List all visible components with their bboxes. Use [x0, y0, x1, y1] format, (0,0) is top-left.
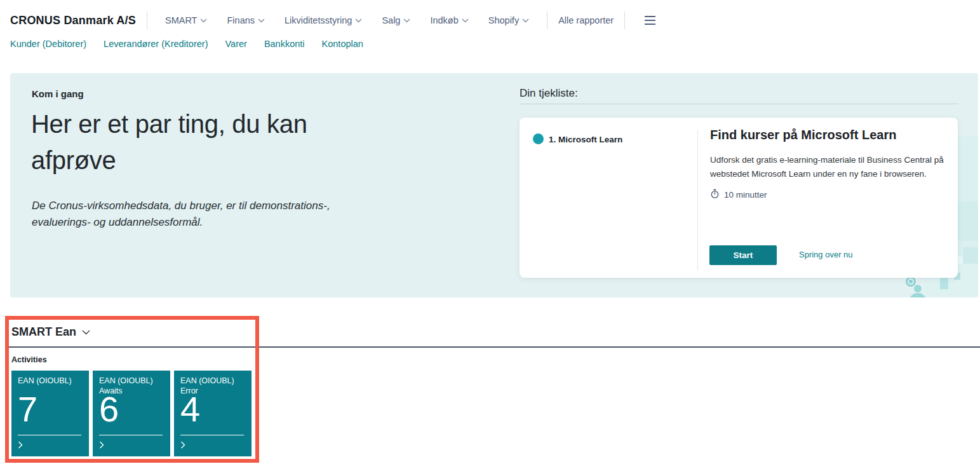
chevron-down-icon [522, 18, 529, 23]
person-illustration [910, 293, 926, 297]
divider [697, 130, 698, 270]
hero-subtitle: De Cronus-virksomhedsdata, du bruger, er… [32, 198, 359, 230]
tile-rule [18, 435, 81, 435]
nav-menu-likviditetsstyring[interactable]: Likviditetsstyring [285, 15, 362, 25]
link-bankkonti[interactable]: Bankkonti [264, 39, 305, 49]
nav-menu-smart[interactable]: SMART [165, 15, 208, 25]
link-leverandorer-kreditorer[interactable]: Leverandører (Kreditorer) [104, 39, 208, 49]
decor-block [940, 276, 948, 289]
nav-menu-shopify[interactable]: Shopify [488, 15, 529, 25]
section-rule [9, 346, 980, 348]
top-navigation: CRONUS Danmark A/S SMART Finans Likvidit… [10, 10, 655, 31]
divider [147, 11, 147, 29]
tile-rule [99, 435, 163, 435]
link-kontoplan[interactable]: Kontoplan [322, 39, 363, 49]
chevron-down-icon [258, 18, 265, 23]
tile-rule [180, 435, 244, 435]
checklist-step-dot-icon [533, 133, 544, 144]
link-varer[interactable]: Varer [225, 39, 246, 49]
tile-value: 7 [18, 390, 37, 429]
nav-menu-label: Salg [382, 15, 400, 25]
nav-menu-label: Indkøb [430, 15, 458, 25]
chevron-right-icon [180, 440, 185, 451]
nav-menus: SMART Finans Likviditetsstyring Salg Ind… [165, 15, 529, 25]
nav-menu-salg[interactable]: Salg [382, 15, 410, 25]
checklist-header: Din tjekliste: [520, 87, 578, 100]
hamburger-menu-icon[interactable] [645, 16, 655, 24]
tile-ean-oioubl-error[interactable]: EAN (OIOUBL)Error 4 [174, 371, 252, 456]
gear-illustration [906, 276, 916, 287]
person-illustration [914, 285, 922, 292]
tile-label: EAN (OIOUBL) [18, 376, 83, 386]
chevron-down-icon [462, 18, 469, 23]
sub-navigation: Kunder (Debitorer) Leverandører (Kredito… [10, 39, 363, 49]
chevron-down-icon [82, 330, 90, 335]
duration-text: 10 minutter [724, 190, 767, 200]
smart-ean-section-header[interactable]: SMART Ean [11, 325, 90, 339]
nav-menu-label: Likviditetsstyring [285, 15, 352, 25]
nav-all-reports[interactable]: Alle rapporter [558, 15, 614, 25]
tile-value: 6 [99, 390, 119, 429]
nav-menu-finans[interactable]: Finans [227, 15, 265, 25]
get-started-panel: Kom i gang Her er et par ting, du kan af… [10, 73, 978, 297]
tile-ean-oioubl[interactable]: EAN (OIOUBL) 7 [11, 371, 89, 456]
stopwatch-icon [710, 189, 720, 201]
activities-tiles: EAN (OIOUBL) 7 EAN (OIOUBL)Awaits 6 EAN … [11, 371, 252, 456]
get-started-label: Kom i gang [32, 88, 84, 99]
duration-row: 10 minutter [710, 189, 767, 201]
tile-value: 4 [180, 390, 200, 429]
decor-block [963, 247, 978, 275]
checklist-card-title: Find kurser på Microsoft Learn [710, 128, 896, 142]
nav-menu-indkob[interactable]: Indkøb [430, 15, 468, 25]
company-name[interactable]: CRONUS Danmark A/S [10, 14, 136, 27]
divider [624, 11, 625, 29]
divider [547, 11, 547, 29]
chevron-down-icon [403, 18, 410, 23]
checklist-header-rule [520, 104, 958, 104]
chevron-down-icon [200, 18, 207, 23]
nav-menu-label: Finans [227, 15, 255, 25]
activities-label: Activities [11, 355, 47, 364]
smart-ean-title: SMART Ean [11, 325, 76, 339]
link-kunder-debitorer[interactable]: Kunder (Debitorer) [10, 39, 86, 49]
nav-menu-label: Shopify [488, 15, 519, 25]
checklist-item-microsoft-learn[interactable]: 1. Microsoft Learn [549, 135, 622, 144]
tile-ean-oioubl-awaits[interactable]: EAN (OIOUBL)Awaits 6 [93, 371, 170, 456]
business-central-home: CRONUS Danmark A/S SMART Finans Likvidit… [0, 0, 980, 471]
hero-title: Her er et par ting, du kan afprøve [31, 106, 390, 179]
chevron-right-icon [18, 440, 23, 451]
gear-illustration [909, 280, 913, 283]
checklist-card: 1. Microsoft Learn Find kurser på Micros… [520, 118, 958, 278]
chevron-down-icon [355, 18, 362, 23]
chevron-right-icon [99, 440, 104, 451]
nav-menu-label: SMART [165, 15, 198, 25]
skip-now-link[interactable]: Spring over nu [799, 250, 853, 259]
checklist-card-description: Udforsk det gratis e-learning-materiale … [710, 153, 959, 181]
start-button[interactable]: Start [709, 245, 777, 265]
